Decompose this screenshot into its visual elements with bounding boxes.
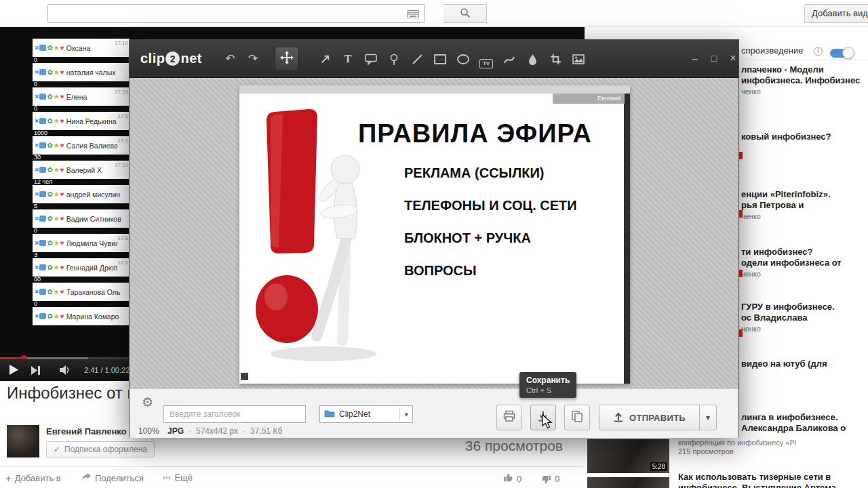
subscribe-button[interactable]: ✓ Подписка оформлена [46,441,155,458]
settings-gear-icon[interactable]: ⚙ [142,394,153,410]
flower-icon: ✿ [47,264,52,271]
chat-row[interactable]: ×✿★♥Елена17:19 [33,87,130,106]
x-icon: × [35,312,39,320]
related-video-title[interactable]: лпаченко - Модели [741,64,824,75]
chat-row[interactable]: ×✿★♥Салия Валиева17:1 [33,136,130,155]
related-video-title[interactable]: ГУРУ в инфобизнесе. [741,302,835,312]
info-icon[interactable]: i [814,47,823,56]
related-video-title[interactable]: ти инфобизнес? [741,247,813,257]
text-tool-icon[interactable]: T [340,52,356,66]
channel-avatar[interactable] [7,425,39,458]
play-button[interactable] [9,365,18,378]
chat-count: 1000 [33,130,130,136]
chat-row[interactable]: ×✿★♥Марина Комаро [33,307,130,325]
flower-icon: ✿ [47,289,52,296]
copy-button[interactable] [564,405,590,430]
like-button[interactable]: 0 [503,472,521,485]
dislike-button[interactable]: 0 [541,472,559,485]
pin-tool-icon[interactable] [386,52,402,66]
close-button[interactable]: × [726,53,740,64]
callout-tool-icon[interactable] [363,52,379,66]
related-video-channel[interactable]: ченко [741,87,761,96]
related-video-title[interactable]: видео на ютуб (для [741,359,827,369]
autoplay-toggle[interactable] [830,49,853,58]
related-video-title[interactable]: инфобизнесе. Выступление Артема [678,483,836,488]
line-tool-icon[interactable] [409,52,425,66]
send-button[interactable]: ОТПРАВИТЬ [599,405,700,430]
move-tool-button[interactable] [275,47,299,71]
keyboard-icon[interactable] [407,9,419,21]
star-icon: ★ [54,45,60,52]
related-video-title[interactable]: ковый инфобизнес? [741,131,831,142]
chat-row[interactable]: ×✿★♥андрей мисулин [33,185,130,203]
send-options-button[interactable]: ▾ [699,405,717,430]
captured-image[interactable]: Евгений ПРАВИЛА ЭФИРА РЕКЛ [239,85,630,384]
chat-row[interactable]: ×✿★♥Вадим Ситников [33,209,130,228]
dislike-count: 0 [555,474,559,484]
duration-badge: 5:28 [650,462,667,471]
search-button[interactable] [443,4,487,23]
star-icon: ★ [54,240,60,247]
curve-tool-icon[interactable] [501,52,517,66]
chat-row[interactable]: ×✿★♥Оксана17:10 [33,39,130,57]
crop-tool-icon[interactable] [547,52,564,66]
undo-icon[interactable]: ↶ [222,52,238,66]
chat-row[interactable]: ×✿★♥наталия чалых [33,63,130,81]
video-thumbnail[interactable]: 5:28 [587,439,669,473]
heart-icon: ♥ [60,264,64,271]
add-to-button[interactable]: + Добавить в [5,472,61,484]
related-video-title[interactable]: инфобизнеса. Инфобизнес [741,75,860,85]
divider [399,408,400,420]
flower-icon: ✿ [47,240,52,247]
related-video-title[interactable]: Александра Баликова о [741,423,846,433]
chat-count [33,325,130,331]
redo-icon[interactable]: ↷ [245,52,261,66]
clip2net-canvas[interactable]: Евгений ПРАВИЛА ЭФИРА РЕКЛ [130,78,738,388]
related-video-title[interactable]: енции «Piterinfobiz». [741,189,831,199]
related-video-title[interactable]: Как использовать тизерные сети в [678,472,831,482]
minimize-button[interactable]: – [688,53,702,64]
share-button[interactable]: Поделиться [81,472,144,483]
next-button[interactable] [31,365,41,378]
maximize-button[interactable]: □ [707,53,721,64]
image-tool-icon[interactable] [570,52,587,66]
chat-row[interactable]: ×✿★♥Людмила Чувил17:1 [33,234,130,252]
tv-capture-icon[interactable]: TV [478,54,494,69]
channel-name[interactable]: Евгений Павленко [46,426,127,436]
search-input[interactable] [47,4,425,23]
chat-user-name: андрей мисулин [66,190,128,199]
rectangle-tool-icon[interactable] [432,52,448,66]
video-thumbnail[interactable] [587,477,669,488]
chat-time: 17:10 [115,39,128,46]
related-video-title[interactable]: ос Владислава [741,312,808,323]
chat-row[interactable]: ×✿★♥Тараканова Оль [33,283,130,301]
chat-user-name: Валерий Х [66,166,115,174]
chat-row[interactable]: ×✿★♥Геннадий Дрюп17:1 [33,258,130,277]
related-video-title[interactable]: одели инфобизнеса от [741,258,842,268]
x-icon: × [35,142,39,149]
chat-bubble-icon [39,142,46,148]
more-button[interactable]: ••• Ещё [163,472,193,483]
chat-user-name: наталия чалых [66,68,128,77]
chat-time: 17:1 [117,258,128,266]
folder-select[interactable]: Clip2Net ▾ [319,405,413,423]
related-video-channel[interactable]: ченко [741,325,761,333]
ellipse-tool-icon[interactable] [455,52,471,66]
blur-tool-icon[interactable] [524,52,540,66]
add-video-button[interactable]: Добавить виде [804,4,868,23]
star-icon: ★ [54,167,60,174]
chat-count: 0 [33,106,130,112]
print-button[interactable] [496,405,522,430]
related-video-channel[interactable]: конференция по инфобизнесу «Рi [678,439,796,447]
chat-row[interactable]: ×✿★♥Нина Редькина17:1 [33,112,130,130]
chat-count: 0 [33,301,130,307]
related-video-channel[interactable]: ченко [741,270,761,278]
related-video-title[interactable]: рья Петрова и [741,200,804,210]
arrow-tool-icon[interactable] [317,52,333,66]
volume-button[interactable] [60,365,72,378]
related-video-title[interactable]: линга в инфобизнесе. [741,412,837,422]
related-video-channel[interactable]: ченко [741,212,761,220]
clip2net-titlebar[interactable]: clip2net ↶ ↷ T TV – □ × [130,40,738,78]
title-input[interactable] [163,405,306,423]
chat-row[interactable]: ×✿★♥Валерий Х17:10 [33,161,130,179]
